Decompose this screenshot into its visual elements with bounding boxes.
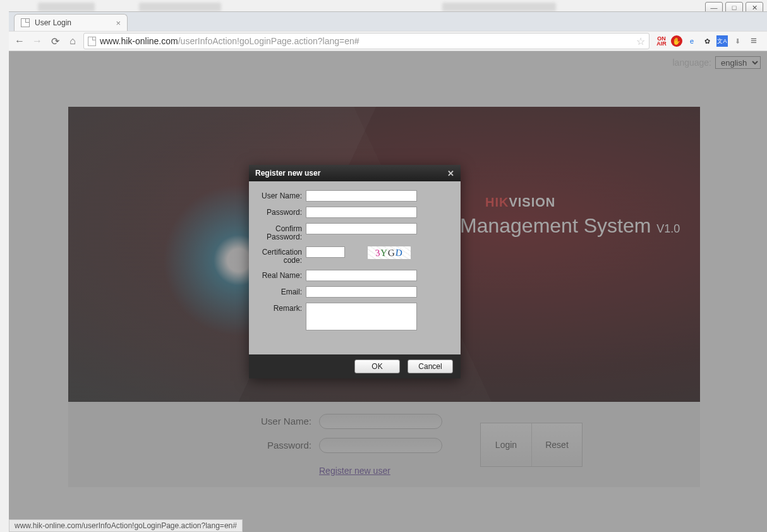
onair-extension-icon[interactable]: ONAIR: [656, 35, 667, 47]
adblock-extension-icon[interactable]: ✋: [671, 35, 682, 47]
cancel-button[interactable]: Cancel: [408, 360, 453, 373]
reg-remark-textarea[interactable]: [306, 303, 417, 330]
tab-close-icon[interactable]: ×: [116, 18, 121, 28]
dialog-titlebar: Register new user ✕: [249, 165, 461, 181]
ok-button[interactable]: OK: [354, 360, 400, 373]
reg-cert-label: Certification code:: [257, 246, 306, 265]
forward-button[interactable]: →: [30, 34, 44, 48]
page-icon: [21, 18, 30, 27]
tab-title: User Login: [35, 18, 71, 27]
url-text: www.hik-online.com/userInfoAction!goLogi…: [100, 36, 632, 46]
translate-extension-icon[interactable]: 文A: [716, 35, 728, 47]
extension-icons: ONAIR ✋ e ✿ 文A ⬇ ≡: [653, 34, 763, 48]
reg-username-label: User Name:: [257, 190, 306, 200]
bookmark-star-icon[interactable]: ☆: [636, 35, 645, 47]
address-bar[interactable]: www.hik-online.com/userInfoAction!goLogi…: [83, 33, 649, 49]
captcha-image[interactable]: 3YGD: [368, 246, 411, 259]
browser-toolbar: ← → ⟳ ⌂ www.hik-online.com/userInfoActio…: [9, 31, 767, 51]
reg-confirm-label: Confirm Password:: [257, 223, 306, 241]
home-button[interactable]: ⌂: [66, 34, 80, 48]
reg-email-input[interactable]: [306, 286, 417, 298]
settings-extension-icon[interactable]: ✿: [701, 35, 713, 47]
page-viewport: language: english HIKVISION Management S…: [9, 51, 767, 532]
download-extension-icon[interactable]: ⬇: [732, 35, 743, 47]
reg-remark-label: Remark:: [257, 303, 306, 313]
reg-realname-label: Real Name:: [257, 270, 306, 280]
ie-tab-extension-icon[interactable]: e: [686, 35, 698, 47]
status-bar: www.hik-online.com/userInfoAction!goLogi…: [9, 519, 243, 532]
chrome-menu-icon[interactable]: ≡: [747, 34, 761, 48]
dialog-title: Register new user: [255, 169, 320, 178]
tab-strip: User Login ×: [9, 12, 767, 31]
browser-window: User Login × ← → ⟳ ⌂ www.hik-online.com/…: [9, 11, 767, 532]
reg-username-input[interactable]: [306, 190, 417, 202]
reg-password-label: Password:: [257, 207, 306, 217]
register-dialog: Register new user ✕ User Name: Password:…: [249, 165, 461, 378]
reg-cert-input[interactable]: [306, 246, 345, 258]
dialog-close-icon[interactable]: ✕: [447, 169, 454, 178]
reg-email-label: Email:: [257, 286, 306, 296]
page-icon: [88, 37, 96, 46]
status-text: www.hik-online.com/userInfoAction!goLogi…: [15, 521, 237, 530]
dialog-footer: OK Cancel: [249, 354, 461, 378]
reg-password-input[interactable]: [306, 207, 417, 218]
back-button[interactable]: ←: [13, 34, 27, 48]
dialog-body: User Name: Password: Confirm Password: C…: [249, 181, 461, 354]
browser-tab[interactable]: User Login ×: [14, 14, 128, 31]
reg-realname-input[interactable]: [306, 270, 417, 281]
reload-button[interactable]: ⟳: [48, 34, 62, 48]
reg-confirm-input[interactable]: [306, 223, 417, 234]
